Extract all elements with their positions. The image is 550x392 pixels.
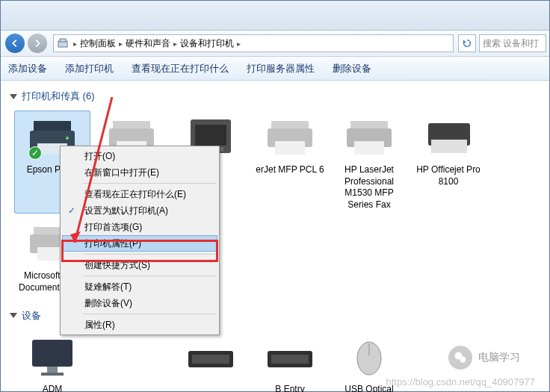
printer-icon [260, 113, 320, 161]
svg-rect-19 [431, 140, 467, 153]
svg-point-35 [460, 356, 466, 362]
chevron-right-icon: ▸ [73, 40, 77, 48]
menu-view-printing[interactable]: 查看现在正在打印什么(E) [62, 186, 217, 202]
device-label: HP LaserJet Professional M1530 MFP Serie… [334, 164, 404, 211]
svg-rect-25 [41, 373, 64, 376]
svg-rect-27 [192, 355, 229, 364]
breadcrumb-item[interactable]: 控制面板 [78, 37, 117, 50]
device-item[interactable] [173, 330, 249, 392]
chevron-right-icon: ▸ [237, 40, 241, 48]
printer-icon [418, 113, 478, 161]
menu-set-default[interactable]: ✓ 设置为默认打印机(A) [62, 202, 217, 219]
menu-separator [83, 254, 216, 255]
keyboard-icon [181, 333, 241, 381]
breadcrumb[interactable]: ▸ 控制面板 ▸ 硬件和声音 ▸ 设备和打印机 ▸ [53, 34, 454, 52]
menu-remove[interactable]: 删除设备(V) [62, 295, 217, 311]
device-label: HP Officejet Pro 8100 [413, 164, 483, 187]
menu-printer-props[interactable]: 打印机属性(P) [62, 235, 217, 252]
svg-rect-17 [354, 141, 384, 155]
menu-separator [83, 183, 216, 184]
context-menu: 打开(O) 在新窗口中打开(E) 查看现在正在打印什么(E) ✓ 设置为默认打印… [60, 146, 220, 335]
menu-create-shortcut[interactable]: 创建快捷方式(S) [62, 257, 217, 273]
breadcrumb-item[interactable]: 硬件和声音 [124, 37, 172, 50]
search-input[interactable]: 搜索 设备和打 [479, 34, 546, 52]
csdn-watermark: https://blog.csdn.net/qq_40907977 [386, 376, 536, 388]
printers-section-header[interactable]: 打印机和传真 (6) [10, 90, 540, 103]
svg-rect-14 [275, 141, 305, 155]
watermark-text: 电脑学习 [478, 351, 520, 364]
keyboard-icon [260, 333, 320, 381]
device-label: ADM [17, 384, 87, 392]
remove-device-button[interactable]: 删除设备 [333, 62, 371, 75]
collapse-icon [10, 94, 17, 99]
menu-open[interactable]: 打开(O) [62, 148, 217, 164]
refresh-button[interactable] [458, 34, 476, 52]
nav-bar: ▸ 控制面板 ▸ 硬件和声音 ▸ 设备和打印机 ▸ 搜索 设备和打 [1, 31, 549, 57]
menu-properties[interactable]: 属性(R) [62, 317, 217, 333]
printer-item[interactable]: HP Officejet Pro 8100 [410, 111, 486, 214]
svg-rect-10 [195, 125, 226, 146]
svg-rect-24 [47, 367, 58, 373]
chevron-right-icon: ▸ [119, 40, 123, 48]
forward-button[interactable] [28, 34, 47, 53]
svg-rect-23 [32, 340, 72, 367]
svg-rect-2 [34, 121, 71, 132]
devices-icon [57, 37, 69, 49]
svg-rect-29 [271, 355, 309, 364]
server-props-button[interactable]: 打印服务器属性 [247, 62, 315, 75]
breadcrumb-item[interactable]: 设备和打印机 [179, 37, 235, 50]
menu-troubleshoot[interactable]: 疑难解答(T) [62, 279, 217, 295]
back-button[interactable] [5, 34, 25, 53]
device-label: erJet MFP PCL 6 [255, 164, 325, 176]
wechat-watermark: 电脑学习 [448, 346, 520, 370]
titlebar [1, 1, 549, 31]
monitor-icon [22, 333, 82, 381]
device-item[interactable]: B Entry Keyboard [252, 330, 328, 392]
section-title: 打印机和传真 (6) [22, 90, 95, 103]
device-item[interactable] [93, 330, 170, 392]
menu-separator [83, 276, 216, 276]
collapse-icon [10, 313, 17, 318]
device-icon [102, 333, 161, 381]
wechat-icon [448, 346, 472, 370]
add-device-button[interactable]: 添加设备 [8, 62, 47, 75]
device-item[interactable]: ADM [14, 330, 90, 392]
menu-separator [83, 314, 216, 314]
section-title: 设备 [22, 309, 41, 323]
printer-item[interactable]: erJet MFP PCL 6 [252, 111, 328, 214]
toolbar: 添加设备 添加打印机 查看现在正在打印什么 打印服务器属性 删除设备 [1, 57, 549, 81]
view-printing-button[interactable]: 查看现在正在打印什么 [132, 62, 229, 75]
mouse-icon [339, 333, 399, 381]
menu-open-new-window[interactable]: 在新窗口中打开(E) [62, 164, 217, 181]
printer-item[interactable]: HP LaserJet Professional M1530 MFP Serie… [331, 111, 407, 214]
svg-rect-1 [60, 39, 66, 42]
menu-print-prefs[interactable]: 打印首选项(G) [62, 219, 217, 235]
add-printer-button[interactable]: 添加打印机 [65, 62, 114, 75]
printer-icon [339, 113, 399, 161]
menu-label: 设置为默认打印机(A) [84, 205, 168, 217]
chevron-right-icon: ▸ [173, 40, 177, 48]
default-check-icon: ✓ [28, 146, 42, 160]
check-icon: ✓ [68, 205, 75, 216]
device-label: B Entry Keyboard [255, 384, 325, 392]
svg-point-5 [66, 137, 69, 140]
